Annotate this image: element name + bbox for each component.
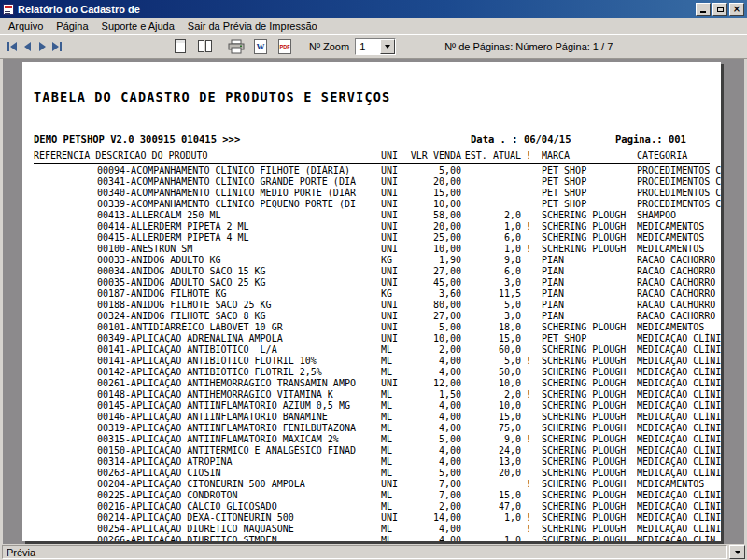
cell-stock: 15,0	[461, 412, 521, 423]
close-button[interactable]: ×	[729, 3, 744, 16]
cell-flag	[521, 400, 536, 412]
cell-unit: ML	[381, 445, 409, 456]
cell-stock: 1,0	[461, 221, 521, 232]
cell-stock: 50,0	[461, 367, 521, 378]
cell-flag	[521, 199, 536, 210]
cell-flag: !	[521, 389, 536, 400]
cell-price: 45,00	[409, 277, 461, 288]
cell-price: 4,00	[409, 456, 461, 468]
cell-desc: 00035-ANIDOG ADULTO SACO 25 KG	[34, 277, 381, 288]
cell-unit: UNI	[381, 199, 409, 210]
cell-categoria: MEDICAÇÃO CLÍNI	[637, 333, 721, 344]
last-page-button[interactable]	[49, 36, 64, 56]
printer-icon	[228, 39, 245, 54]
cell-price: 27,00	[409, 311, 461, 322]
first-page-icon	[7, 42, 9, 51]
first-page-button[interactable]	[5, 36, 20, 56]
cell-flag	[521, 423, 536, 434]
table-row: 00101-ANTIDIARRÉICO LABOVET 10 GR UNI 5,…	[22, 322, 721, 333]
menu-arquivo[interactable]: Arquivo	[2, 19, 49, 34]
cell-desc: 00315-APLICAÇÃO ANTIINFLAMATÓRIO MAXICAM…	[34, 434, 381, 445]
cell-marca: SCHERING PLOUGH	[536, 400, 637, 412]
cell-flag: !	[521, 512, 536, 524]
divider	[34, 147, 710, 147]
col-header-desc: REFERENCIA DESCRICAO DO PRODUTO	[34, 150, 381, 161]
print-preview-area[interactable]: TABELA DO CADASTRO DE PRODUTOS E SERVIÇO…	[0, 59, 747, 544]
window-title: Relatório do Cadastro de	[18, 4, 692, 15]
cell-stock	[461, 165, 521, 176]
cell-stock	[461, 188, 521, 199]
cell-desc: 00349-APLICAÇÃO ADRENALINA AMPOLA	[34, 333, 381, 344]
previous-page-icon	[24, 42, 31, 51]
previous-page-button[interactable]	[20, 36, 35, 56]
cell-stock: 9,0	[461, 434, 521, 445]
cell-unit: UNI	[381, 512, 409, 524]
zoom-select[interactable]: 1	[355, 38, 396, 55]
cell-marca: SCHERING PLOUGH	[536, 501, 637, 512]
cell-price: 4,00	[409, 356, 461, 367]
cell-marca: SCHERING PLOUGH	[536, 412, 637, 423]
cell-stock: 15,0	[461, 333, 521, 344]
cell-flag: !	[521, 356, 536, 367]
cell-categoria: RACAO CACHORRO	[637, 288, 721, 300]
cell-flag	[521, 277, 536, 288]
table-row: 00204-APLICAÇÃO CITONEURIN 500 AMPOLA UN…	[22, 479, 721, 490]
export-word-button[interactable]: W	[249, 36, 272, 56]
cell-price: 5,00	[409, 322, 461, 333]
cell-flag	[521, 412, 536, 423]
col-header-marca: MARCA	[536, 150, 637, 161]
cell-stock: 24,0	[461, 445, 521, 456]
cell-price: 7,00	[409, 490, 461, 501]
cell-marca: PET SHOP	[536, 165, 637, 176]
cell-unit: ML	[381, 400, 409, 412]
cell-categoria: SHAMPOO	[637, 210, 721, 221]
close-icon: ×	[733, 5, 740, 14]
menu-pagina[interactable]: Página	[49, 19, 94, 34]
next-page-button[interactable]	[35, 36, 49, 56]
cell-categoria: MEDICAMENTOS	[637, 232, 721, 244]
cell-unit: ML	[381, 423, 409, 434]
cell-stock	[461, 199, 521, 210]
cell-flag	[521, 367, 536, 378]
cell-categoria: MEDICAMENTOS	[637, 322, 721, 333]
two-pages-icon	[198, 40, 212, 52]
table-row: 00141-APLICAÇÃO ANTIBIÓTICO L/A ML 2,00 …	[22, 344, 721, 356]
table-row: 00414-ALLERDERM PIPETA 2 ML UNI 20,00 1,…	[22, 221, 721, 232]
cell-price: 80,00	[409, 300, 461, 311]
maximize-button[interactable]	[712, 3, 727, 16]
table-row: 00315-APLICAÇÃO ANTIINFLAMATÓRIO MAXICAM…	[22, 434, 721, 445]
pages-info: Nº de Páginas: Número Página: 1 / 7	[444, 41, 613, 52]
cell-desc: 00324-ANIDOG FILHOTE SACO 8 KG	[34, 311, 381, 322]
table-row: 00339-ACOMPANHAMENTO CLÍNICO PEQUENO POR…	[22, 199, 721, 210]
export-pdf-button[interactable]: PDF	[274, 36, 296, 56]
zoom-dropdown-button[interactable]	[380, 39, 395, 54]
table-row: 00263-APLICAÇÃO CIOSIN ML 5,00 20,0 SCHE…	[22, 468, 721, 479]
cell-price: 2,00	[409, 344, 461, 356]
cell-unit: KG	[381, 288, 409, 300]
cell-desc: 00319-APLICAÇÃO ANTIINFLAMATORIO FENILBU…	[34, 423, 381, 434]
cell-marca: SCHERING PLOUGH	[536, 221, 637, 232]
cell-flag	[521, 468, 536, 479]
cell-unit: UNI	[381, 188, 409, 199]
single-page-view-button[interactable]	[169, 36, 191, 56]
status-dropdown-button[interactable]	[729, 545, 745, 559]
cell-stock: 15,0	[461, 490, 521, 501]
cell-desc: 00341-ACOMPANHAMENTO CLÍNICO GRANDE PORT…	[34, 176, 381, 188]
menu-suporte-ajuda[interactable]: Suporte e Ajuda	[95, 19, 181, 34]
cell-flag	[521, 232, 536, 244]
minimize-button[interactable]	[696, 3, 711, 16]
cell-marca: PET SHOP	[536, 333, 637, 344]
cell-desc: 00142-APLICAÇÃO ANTIBIÓTICO FLOTRIL 2,5%	[34, 367, 381, 378]
cell-categoria: PROCEDIMENTOS C	[637, 199, 721, 210]
menu-sair-previa[interactable]: Sair da Prévia de Impressão	[181, 19, 324, 34]
cell-categoria: RACAO CACHORRO	[637, 311, 721, 322]
table-row: 00319-APLICAÇÃO ANTIINFLAMATORIO FENILBU…	[22, 423, 721, 434]
cell-flag	[521, 322, 536, 333]
col-header-unit: UNI	[381, 150, 409, 161]
two-page-view-button[interactable]	[193, 36, 216, 56]
table-row: 00415-ALLERDERM PIPETA 4 ML UNI 25,00 6,…	[22, 232, 721, 244]
print-button[interactable]	[225, 36, 247, 56]
cell-unit: ML	[381, 389, 409, 400]
next-page-icon	[39, 42, 46, 51]
table-row: 00341-ACOMPANHAMENTO CLÍNICO GRANDE PORT…	[22, 176, 721, 188]
